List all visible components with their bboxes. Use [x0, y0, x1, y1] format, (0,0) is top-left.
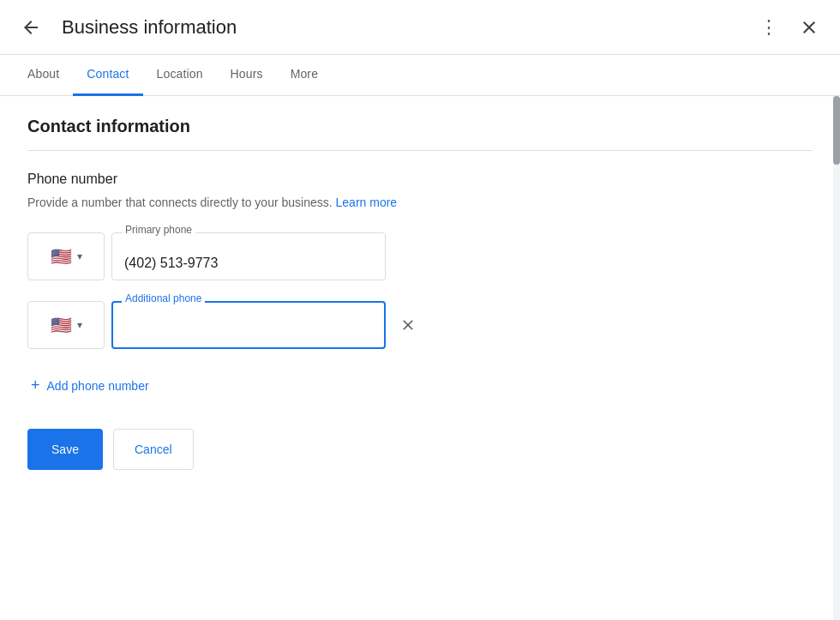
back-button[interactable]	[14, 10, 48, 45]
add-phone-label: Add phone number	[47, 379, 149, 393]
tab-hours[interactable]: Hours	[217, 55, 277, 96]
scrollbar-track	[833, 96, 840, 620]
tab-contact[interactable]: Contact	[73, 55, 142, 96]
primary-phone-row: 🇺🇸 ▾ Primary phone	[27, 232, 813, 280]
additional-flag-icon: 🇺🇸	[51, 315, 72, 335]
clear-additional-phone-button[interactable]	[393, 310, 423, 340]
learn-more-link[interactable]: Learn more	[336, 196, 398, 209]
primary-phone-label: Primary phone	[122, 224, 195, 236]
primary-dropdown-arrow-icon: ▾	[77, 250, 82, 262]
plus-icon: +	[31, 376, 40, 394]
section-title: Contact information	[27, 117, 813, 151]
save-button[interactable]: Save	[27, 429, 103, 470]
additional-country-selector[interactable]: 🇺🇸 ▾	[27, 301, 105, 349]
additional-phone-label: Additional phone	[122, 292, 205, 304]
primary-flag-icon: 🇺🇸	[51, 246, 72, 267]
tab-location[interactable]: Location	[143, 55, 217, 96]
phone-description: Provide a number that connects directly …	[27, 194, 813, 212]
add-phone-number-button[interactable]: + Add phone number	[27, 370, 153, 401]
additional-phone-input-wrapper: Additional phone	[111, 301, 386, 349]
phone-number-label: Phone number	[27, 172, 813, 187]
primary-phone-input-wrapper: Primary phone	[111, 232, 386, 280]
more-vertical-icon: ⋮	[759, 16, 777, 39]
tab-more[interactable]: More	[277, 55, 332, 96]
action-buttons: Save Cancel	[27, 429, 813, 470]
close-button[interactable]	[792, 10, 826, 45]
phone-number-group: Phone number Provide a number that conne…	[27, 172, 813, 212]
content-area: Contact information Phone number Provide…	[0, 96, 840, 620]
primary-country-selector[interactable]: 🇺🇸 ▾	[27, 232, 105, 280]
scrollbar-thumb[interactable]	[833, 96, 840, 165]
additional-dropdown-arrow-icon: ▾	[77, 319, 82, 331]
additional-phone-row: 🇺🇸 ▾ Additional phone	[27, 301, 813, 349]
additional-phone-input[interactable]	[111, 301, 386, 349]
cancel-button[interactable]: Cancel	[113, 429, 194, 470]
header: Business information ⋮	[0, 0, 840, 55]
tabs-bar: About Contact Location Hours More	[0, 55, 840, 96]
page-title: Business information	[62, 16, 751, 39]
primary-phone-input[interactable]	[111, 232, 386, 280]
tab-about[interactable]: About	[14, 55, 73, 96]
more-options-button[interactable]: ⋮	[751, 10, 785, 45]
header-actions: ⋮	[751, 10, 826, 45]
